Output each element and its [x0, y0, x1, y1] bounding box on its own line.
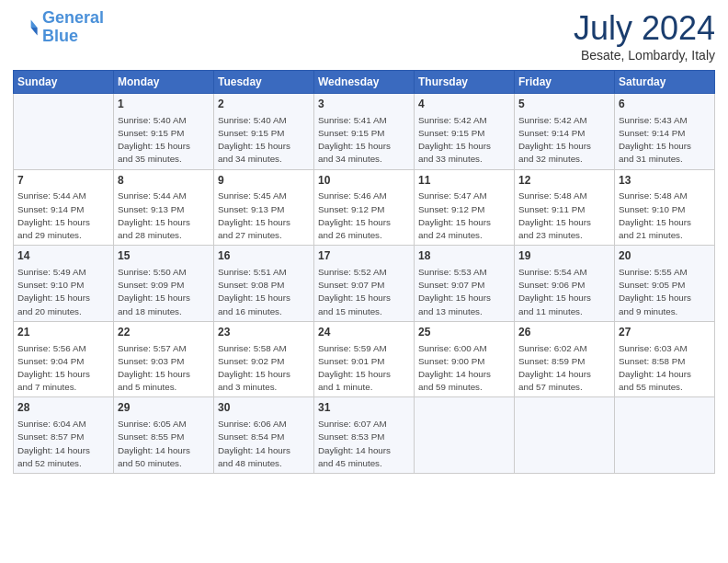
calendar-cell: 26Sunrise: 6:02 AM Sunset: 8:59 PM Dayli… [515, 321, 615, 397]
day-info: Sunrise: 5:41 AM Sunset: 9:15 PM Dayligh… [318, 114, 410, 167]
day-info: Sunrise: 6:02 AM Sunset: 8:59 PM Dayligh… [518, 342, 610, 395]
logo-icon [13, 15, 39, 40]
day-info: Sunrise: 5:59 AM Sunset: 9:01 PM Dayligh… [318, 342, 410, 395]
svg-marker-1 [31, 28, 38, 35]
day-number: 27 [619, 325, 711, 340]
calendar-cell: 4Sunrise: 5:42 AM Sunset: 9:15 PM Daylig… [415, 94, 515, 170]
day-number: 5 [518, 97, 610, 112]
day-number: 7 [17, 173, 109, 189]
day-info: Sunrise: 6:06 AM Sunset: 8:54 PM Dayligh… [218, 418, 310, 470]
logo-text: General Blue [42, 9, 104, 46]
day-header-monday: Monday [114, 71, 214, 94]
day-number: 31 [318, 400, 410, 416]
day-number: 15 [118, 248, 210, 264]
day-info: Sunrise: 5:47 AM Sunset: 9:12 PM Dayligh… [418, 190, 510, 242]
calendar-cell: 13Sunrise: 5:48 AM Sunset: 9:10 PM Dayli… [615, 169, 715, 246]
title-block: July 2024 Besate, Lombardy, Italy [574, 9, 715, 63]
calendar-cell: 15Sunrise: 5:50 AM Sunset: 9:09 PM Dayli… [114, 246, 214, 322]
day-info: Sunrise: 5:57 AM Sunset: 9:03 PM Dayligh… [118, 342, 210, 395]
day-info: Sunrise: 5:56 AM Sunset: 9:04 PM Dayligh… [17, 342, 109, 395]
calendar-cell: 18Sunrise: 5:53 AM Sunset: 9:07 PM Dayli… [415, 246, 515, 322]
day-info: Sunrise: 6:00 AM Sunset: 9:00 PM Dayligh… [418, 342, 510, 395]
calendar-cell [14, 94, 114, 170]
day-number: 9 [218, 173, 310, 189]
calendar-cell [515, 397, 615, 474]
day-number: 12 [518, 173, 610, 189]
day-number: 23 [218, 325, 310, 340]
calendar-cell: 11Sunrise: 5:47 AM Sunset: 9:12 PM Dayli… [415, 169, 515, 246]
day-number: 20 [619, 248, 711, 264]
calendar-week-3: 14Sunrise: 5:49 AM Sunset: 9:10 PM Dayli… [14, 246, 715, 322]
day-number: 14 [17, 248, 109, 264]
day-info: Sunrise: 6:04 AM Sunset: 8:57 PM Dayligh… [17, 418, 109, 470]
calendar-cell: 24Sunrise: 5:59 AM Sunset: 9:01 PM Dayli… [314, 321, 415, 397]
day-number: 28 [17, 400, 109, 416]
day-number: 1 [118, 97, 210, 112]
day-header-wednesday: Wednesday [314, 71, 415, 94]
calendar-cell: 30Sunrise: 6:06 AM Sunset: 8:54 PM Dayli… [214, 397, 314, 474]
calendar-cell: 27Sunrise: 6:03 AM Sunset: 8:58 PM Dayli… [615, 321, 715, 397]
day-info: Sunrise: 5:40 AM Sunset: 9:15 PM Dayligh… [118, 114, 210, 167]
day-info: Sunrise: 5:45 AM Sunset: 9:13 PM Dayligh… [218, 190, 310, 242]
day-number: 2 [218, 97, 310, 112]
calendar-cell: 1Sunrise: 5:40 AM Sunset: 9:15 PM Daylig… [114, 94, 214, 170]
day-number: 6 [619, 97, 711, 112]
day-number: 22 [118, 325, 210, 340]
svg-marker-0 [31, 19, 38, 27]
day-number: 26 [518, 325, 610, 340]
day-info: Sunrise: 6:07 AM Sunset: 8:53 PM Dayligh… [318, 418, 410, 470]
day-number: 11 [418, 173, 510, 189]
month-title: July 2024 [574, 9, 715, 48]
day-info: Sunrise: 5:44 AM Sunset: 9:13 PM Dayligh… [118, 190, 210, 242]
calendar-header: General Blue July 2024 Besate, Lombardy,… [13, 9, 715, 63]
day-info: Sunrise: 5:50 AM Sunset: 9:09 PM Dayligh… [118, 266, 210, 318]
calendar-cell: 5Sunrise: 5:42 AM Sunset: 9:14 PM Daylig… [515, 94, 615, 170]
day-number: 13 [619, 173, 711, 189]
day-info: Sunrise: 5:55 AM Sunset: 9:05 PM Dayligh… [619, 266, 711, 318]
calendar-week-5: 28Sunrise: 6:04 AM Sunset: 8:57 PM Dayli… [14, 397, 715, 474]
day-info: Sunrise: 5:58 AM Sunset: 9:02 PM Dayligh… [218, 342, 310, 395]
day-info: Sunrise: 5:51 AM Sunset: 9:08 PM Dayligh… [218, 266, 310, 318]
logo: General Blue [13, 9, 104, 46]
calendar-cell: 19Sunrise: 5:54 AM Sunset: 9:06 PM Dayli… [515, 246, 615, 322]
calendar-cell: 6Sunrise: 5:43 AM Sunset: 9:14 PM Daylig… [615, 94, 715, 170]
calendar-cell: 22Sunrise: 5:57 AM Sunset: 9:03 PM Dayli… [114, 321, 214, 397]
day-info: Sunrise: 5:48 AM Sunset: 9:10 PM Dayligh… [619, 190, 711, 242]
day-number: 24 [318, 325, 410, 340]
day-info: Sunrise: 5:53 AM Sunset: 9:07 PM Dayligh… [418, 266, 510, 318]
calendar-week-1: 1Sunrise: 5:40 AM Sunset: 9:15 PM Daylig… [14, 94, 715, 170]
calendar-cell: 28Sunrise: 6:04 AM Sunset: 8:57 PM Dayli… [14, 397, 114, 474]
day-number: 3 [318, 97, 410, 112]
calendar-cell: 12Sunrise: 5:48 AM Sunset: 9:11 PM Dayli… [515, 169, 615, 246]
day-number: 17 [318, 248, 410, 264]
calendar-header-row: SundayMondayTuesdayWednesdayThursdayFrid… [14, 71, 715, 94]
calendar-week-2: 7Sunrise: 5:44 AM Sunset: 9:14 PM Daylig… [14, 169, 715, 246]
calendar-cell: 17Sunrise: 5:52 AM Sunset: 9:07 PM Dayli… [314, 246, 415, 322]
day-number: 18 [418, 248, 510, 264]
day-number: 30 [218, 400, 310, 416]
day-info: Sunrise: 5:52 AM Sunset: 9:07 PM Dayligh… [318, 266, 410, 318]
day-number: 21 [17, 325, 109, 340]
calendar-cell: 21Sunrise: 5:56 AM Sunset: 9:04 PM Dayli… [14, 321, 114, 397]
day-number: 19 [518, 248, 610, 264]
day-info: Sunrise: 5:42 AM Sunset: 9:15 PM Dayligh… [418, 114, 510, 167]
day-info: Sunrise: 5:44 AM Sunset: 9:14 PM Dayligh… [17, 190, 109, 242]
day-info: Sunrise: 5:46 AM Sunset: 9:12 PM Dayligh… [318, 190, 410, 242]
calendar-cell: 2Sunrise: 5:40 AM Sunset: 9:15 PM Daylig… [214, 94, 314, 170]
calendar-container: General Blue July 2024 Besate, Lombardy,… [0, 0, 728, 563]
location: Besate, Lombardy, Italy [574, 48, 715, 63]
calendar-cell: 31Sunrise: 6:07 AM Sunset: 8:53 PM Dayli… [314, 397, 415, 474]
calendar-cell: 23Sunrise: 5:58 AM Sunset: 9:02 PM Dayli… [214, 321, 314, 397]
day-info: Sunrise: 5:49 AM Sunset: 9:10 PM Dayligh… [17, 266, 109, 318]
day-info: Sunrise: 5:54 AM Sunset: 9:06 PM Dayligh… [518, 266, 610, 318]
day-number: 8 [118, 173, 210, 189]
calendar-cell: 25Sunrise: 6:00 AM Sunset: 9:00 PM Dayli… [415, 321, 515, 397]
calendar-cell: 8Sunrise: 5:44 AM Sunset: 9:13 PM Daylig… [114, 169, 214, 246]
day-number: 25 [418, 325, 510, 340]
day-info: Sunrise: 6:05 AM Sunset: 8:55 PM Dayligh… [118, 418, 210, 470]
day-header-tuesday: Tuesday [214, 71, 314, 94]
calendar-cell: 7Sunrise: 5:44 AM Sunset: 9:14 PM Daylig… [14, 169, 114, 246]
calendar-cell [615, 397, 715, 474]
day-number: 29 [118, 400, 210, 416]
day-number: 4 [418, 97, 510, 112]
